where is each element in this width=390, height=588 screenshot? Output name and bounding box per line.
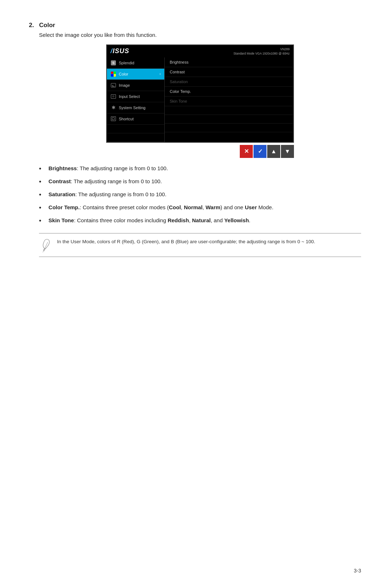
bullet-contrast: Contrast: The adjusting range is from 0 … (39, 177, 361, 187)
note-box: In the User Mode, colors of R (Red), G (… (39, 233, 361, 257)
menu-item-system-setting[interactable]: ✱ System Setting (107, 102, 164, 113)
image-icon (110, 82, 116, 88)
note-text: In the User Mode, colors of R (Red), G (… (57, 238, 315, 246)
monitor-header: /ISUS VN289 Standard Mode VGA 1920x1080 … (107, 45, 293, 57)
color-icon (110, 71, 116, 77)
bullet-color-temp-text: Color Temp.: Contains three preset color… (48, 203, 361, 212)
model-name: VN289 (233, 47, 290, 52)
close-button[interactable]: ✕ (240, 145, 253, 158)
sub-item-blank1 (165, 106, 293, 115)
monitor-body: S Splendid Color › (107, 57, 293, 142)
menu-item-color[interactable]: Color › (107, 69, 164, 80)
menu-item-splendid[interactable]: S Splendid (107, 57, 164, 69)
sub-item-brightness[interactable]: Brightness (165, 57, 293, 67)
bullet-saturation-text: Saturation: The adjusting range is from … (48, 190, 361, 199)
input-select-label: Input Select (119, 94, 161, 99)
system-setting-label: System Setting (119, 106, 161, 110)
left-menu: S Splendid Color › (107, 57, 165, 142)
menu-item-blank1 (107, 125, 164, 133)
monitor-container: /ISUS VN289 Standard Mode VGA 1920x1080 … (39, 44, 361, 158)
section-number: 2. Color (29, 22, 361, 29)
mode-info: Standard Mode VGA 1920x1080 @ 60Hz (233, 52, 290, 56)
bullet-skin-tone-text: Skin Tone: Contains three color modes in… (48, 216, 361, 225)
page-number: 3-3 (354, 568, 361, 574)
splendid-label: Splendid (119, 61, 161, 65)
check-button[interactable]: ✓ (254, 145, 266, 158)
asus-logo: /ISUS (110, 47, 129, 55)
bullet-brightness: Brightness: The adjusting range is from … (39, 164, 361, 174)
bullet-color-temp: Color Temp.: Contains three preset color… (39, 203, 361, 213)
bullet-contrast-text: Contrast: The adjusting range is from 0 … (48, 177, 361, 186)
sub-item-contrast[interactable]: Contrast (165, 67, 293, 77)
down-button[interactable]: ▼ (281, 145, 294, 158)
shortcut-label: Shortcut (119, 117, 161, 121)
sub-item-skin-tone[interactable]: Skin Tone (165, 96, 293, 106)
monitor-model-info: VN289 Standard Mode VGA 1920x1080 @ 60Hz (233, 47, 290, 56)
monitor-screen: /ISUS VN289 Standard Mode VGA 1920x1080 … (106, 44, 294, 143)
shortcut-icon (110, 116, 116, 122)
menu-item-shortcut[interactable]: Shortcut (107, 113, 164, 125)
section-description: Select the image color you like from thi… (39, 32, 361, 38)
up-button[interactable]: ▲ (267, 145, 280, 158)
splendid-icon: S (110, 60, 116, 66)
nav-buttons: ✕ ✓ ▲ ▼ (106, 145, 294, 158)
bullet-saturation: Saturation: The adjusting range is from … (39, 190, 361, 200)
sub-item-blank3 (165, 124, 293, 132)
color-label: Color (119, 72, 157, 76)
bullet-list: Brightness: The adjusting range is from … (39, 164, 361, 226)
sub-item-blank2 (165, 115, 293, 124)
bullet-brightness-text: Brightness: The adjusting range is from … (48, 164, 361, 173)
bullet-skin-tone: Skin Tone: Contains three color modes in… (39, 216, 361, 226)
image-label: Image (119, 83, 161, 87)
right-menu: Brightness Contrast Saturation Color Tem… (165, 57, 293, 142)
menu-item-blank2 (107, 133, 164, 142)
system-setting-icon: ✱ (110, 105, 116, 111)
menu-item-image[interactable]: Image (107, 80, 164, 91)
note-icon (39, 238, 52, 252)
sub-item-saturation[interactable]: Saturation (165, 77, 293, 87)
color-arrow: › (160, 72, 161, 76)
sub-item-color-temp[interactable]: Color Temp. (165, 87, 293, 96)
menu-item-input-select[interactable]: ⊟ Input Select (107, 91, 164, 102)
input-select-icon: ⊟ (110, 94, 116, 99)
